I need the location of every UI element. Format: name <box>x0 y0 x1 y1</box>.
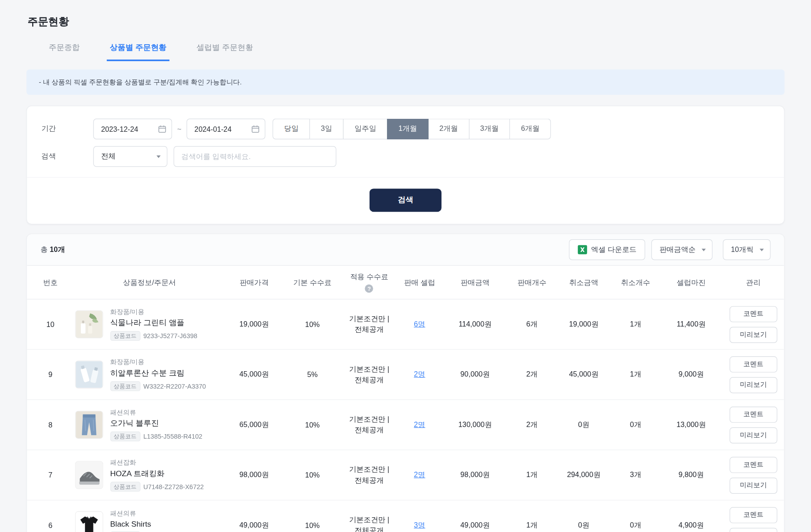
product-code: L1385-J5588-R4102 <box>143 433 202 440</box>
range-1week-button[interactable]: 일주일 <box>343 119 388 139</box>
table-row: 10 화장품/미용 식물나라 그린티 앰플 상품코드 9233-J5277-J6… <box>27 299 784 349</box>
date-to-input[interactable] <box>187 125 250 133</box>
period-row: 기간 ~ 당일 3일 일주일 1개월 2개월 3개월 <box>42 119 769 139</box>
tab-orders-by-product[interactable]: 상품별 주문현황 <box>107 39 170 61</box>
results-toolbar: 총 10개 엑셀 다운로드 판매금액순 10개씩 <box>27 234 784 265</box>
product-category: 화장품/미용 <box>110 308 197 317</box>
sellers-link[interactable]: 2명 <box>414 370 425 378</box>
sellers-cell: 2명 <box>397 470 442 480</box>
base-fee-cell: 10% <box>283 471 341 479</box>
applied-fee-cell: 기본조건만 | 전체공개 <box>341 515 397 532</box>
sellers-link[interactable]: 6명 <box>414 320 425 328</box>
search-row: 검색 전체 <box>42 146 769 167</box>
applied-fee-cell: 기본조건만 | 전체공개 <box>341 314 397 335</box>
page-size-value: 10개씩 <box>731 245 754 255</box>
preview-button[interactable]: 미리보기 <box>730 528 777 532</box>
sellers-cell: 3명 <box>397 520 442 530</box>
table-row: 6 패션의류 Black Shirts 상품코드 G9020-N6761-F86… <box>27 500 784 532</box>
product-image <box>75 310 103 339</box>
date-from-input[interactable] <box>94 125 157 133</box>
header-no: 번호 <box>27 277 74 287</box>
sort-select-value: 판매금액순 <box>660 245 696 255</box>
sales-count-cell: 1개 <box>508 520 556 530</box>
sales-amount-cell: 130,000원 <box>442 420 508 430</box>
product-info: 패션의류 오가닉 블루진 상품코드 L1385-J5588-R4102 <box>110 408 202 441</box>
product-name: 히알루론산 수분 크림 <box>110 368 206 378</box>
product-info: 화장품/미용 히알루론산 수분 크림 상품코드 W3322-R2207-A337… <box>110 358 206 391</box>
chevron-down-icon <box>156 155 160 158</box>
preview-button[interactable]: 미리보기 <box>730 427 777 443</box>
range-today-button[interactable]: 당일 <box>273 119 310 139</box>
calendar-icon[interactable] <box>157 125 171 133</box>
tab-order-summary[interactable]: 주문종합 <box>46 39 83 61</box>
sellers-cell: 6명 <box>397 320 442 329</box>
header-sales-count: 판매개수 <box>508 277 556 287</box>
product-name: 식물나라 그린티 앰플 <box>110 318 197 328</box>
preview-button[interactable]: 미리보기 <box>730 478 777 494</box>
celeb-margin-cell: 11,400원 <box>660 320 723 329</box>
page-viewport: 주문현황 주문종합 상품별 주문현황 셀럽별 주문현황 - 내 상품의 픽셀 주… <box>0 0 811 532</box>
preview-button[interactable]: 미리보기 <box>730 377 777 393</box>
range-2months-button[interactable]: 2개월 <box>428 119 470 139</box>
product-code-label: 상품코드 <box>110 331 140 341</box>
results-panel: 총 10개 엑셀 다운로드 판매금액순 10개씩 <box>26 234 785 532</box>
celeb-margin-cell: 4,900원 <box>660 520 723 530</box>
product-code: 9233-J5277-J6398 <box>143 332 197 339</box>
comment-button[interactable]: 코멘트 <box>730 507 777 523</box>
page-size-select[interactable]: 10개씩 <box>723 239 770 260</box>
excel-download-button[interactable]: 엑셀 다운로드 <box>569 239 646 260</box>
header-celeb-margin: 셀럽마진 <box>660 277 723 287</box>
sales-amount-cell: 49,000원 <box>442 520 508 530</box>
row-number: 7 <box>27 471 74 479</box>
calendar-icon[interactable] <box>250 125 265 133</box>
cancel-amount-cell: 19,000원 <box>556 320 612 329</box>
comment-button[interactable]: 코멘트 <box>730 306 777 322</box>
product-category: 화장품/미용 <box>110 358 206 367</box>
range-3days-button[interactable]: 3일 <box>310 119 344 139</box>
base-fee-cell: 10% <box>283 421 341 429</box>
base-fee-cell: 5% <box>283 370 341 379</box>
cancel-count-cell: 1개 <box>612 320 660 329</box>
date-range-separator: ~ <box>177 125 181 133</box>
product-category: 패션의류 <box>110 509 204 518</box>
sellers-link[interactable]: 2명 <box>414 420 425 429</box>
range-1month-button[interactable]: 1개월 <box>387 119 429 139</box>
chevron-down-icon <box>760 248 764 251</box>
comment-button[interactable]: 코멘트 <box>730 406 777 423</box>
range-3months-button[interactable]: 3개월 <box>469 119 510 139</box>
table-row: 7 패션잡화 HOZA 트래킹화 상품코드 U7148-Z2728-X6722 … <box>27 450 784 500</box>
row-number: 6 <box>27 521 74 530</box>
sellers-link[interactable]: 2명 <box>414 470 425 479</box>
filter-footer: 검색 <box>27 177 784 224</box>
search-keyword-input[interactable] <box>173 146 336 167</box>
celeb-margin-cell: 13,000원 <box>660 420 723 430</box>
cancel-count-cell: 0개 <box>612 420 660 430</box>
comment-button[interactable]: 코멘트 <box>730 356 777 372</box>
help-icon[interactable]: ? <box>365 285 374 293</box>
range-6months-button[interactable]: 6개월 <box>509 119 551 139</box>
sellers-link[interactable]: 3명 <box>414 520 425 529</box>
product-code-label: 상품코드 <box>110 431 140 441</box>
search-category-select[interactable]: 전체 <box>93 146 168 167</box>
product-image <box>75 511 103 532</box>
sellers-cell: 2명 <box>397 370 442 379</box>
search-submit-button[interactable]: 검색 <box>370 189 441 212</box>
comment-button[interactable]: 코멘트 <box>730 457 777 473</box>
header-base-fee: 기본 수수료 <box>283 277 341 287</box>
search-category-value: 전체 <box>101 152 115 161</box>
preview-button[interactable]: 미리보기 <box>730 327 777 343</box>
row-number: 10 <box>27 320 74 329</box>
price-cell: 19,000원 <box>225 320 283 329</box>
total-count-prefix: 총 <box>40 245 47 254</box>
tab-orders-by-celeb[interactable]: 셀럽별 주문현황 <box>193 39 256 61</box>
chevron-down-icon <box>702 248 706 251</box>
sort-select[interactable]: 판매금액순 <box>651 239 713 260</box>
product-name: HOZA 트래킹화 <box>110 469 204 478</box>
page-title: 주문현황 <box>27 14 784 28</box>
sales-count-cell: 2개 <box>508 420 556 430</box>
price-cell: 45,000원 <box>225 370 283 379</box>
price-cell: 49,000원 <box>225 520 283 530</box>
info-banner: - 내 상품의 픽셀 주문현황을 상품별로 구분/집계해 확인 가능합니다. <box>26 69 785 95</box>
sales-amount-cell: 114,000원 <box>442 320 508 329</box>
quick-range-group: 당일 3일 일주일 1개월 2개월 3개월 6개월 <box>273 119 551 139</box>
